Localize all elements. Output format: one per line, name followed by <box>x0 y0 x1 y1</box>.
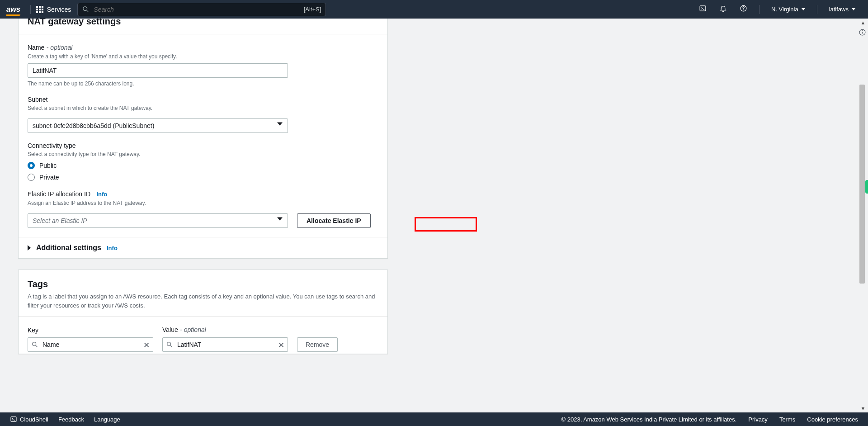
help-icon[interactable] <box>733 5 754 14</box>
region-selector[interactable]: N. Virginia <box>765 6 811 13</box>
search-icon <box>166 341 173 348</box>
name-label: Name <box>28 44 44 51</box>
chevron-down-icon <box>802 8 805 10</box>
annotation-red-box <box>415 217 477 232</box>
chevron-down-icon <box>277 123 283 126</box>
tags-heading: Tags <box>28 279 378 289</box>
chevron-down-icon <box>277 218 283 221</box>
copyright-text: © 2023, Amazon Web Services India Privat… <box>561 416 737 423</box>
divider <box>30 5 31 14</box>
feedback-tab[interactable] <box>865 180 868 194</box>
svg-point-5 <box>743 10 744 10</box>
search-input[interactable] <box>94 6 303 13</box>
tag-key-input-wrap: ✕ <box>28 337 153 352</box>
nat-settings-heading: NAT gateway settings <box>28 19 378 27</box>
divider <box>19 34 387 34</box>
cookie-preferences-link[interactable]: Cookie preferences <box>807 416 858 423</box>
chevron-down-icon <box>852 8 855 10</box>
connectivity-public-radio[interactable]: Public <box>28 162 378 169</box>
connectivity-label: Connectivity type <box>28 142 378 149</box>
svg-point-6 <box>33 342 36 346</box>
tag-key-input[interactable] <box>28 337 153 352</box>
subnet-select[interactable] <box>28 115 288 133</box>
top-navbar: aws Services [Alt+S] N. Virginia latifaw… <box>0 0 868 19</box>
radio-label-public: Public <box>39 162 57 169</box>
allocate-eip-button[interactable]: Allocate Elastic IP <box>297 213 371 228</box>
connectivity-desc: Select a connectivity type for the NAT g… <box>28 151 378 157</box>
scrollbar[interactable]: ▲ ▼ <box>858 19 868 412</box>
divider <box>759 5 760 14</box>
aws-logo[interactable]: aws <box>6 5 20 14</box>
svg-line-9 <box>170 346 172 347</box>
terms-link[interactable]: Terms <box>779 416 795 423</box>
svg-line-1 <box>87 10 89 12</box>
tag-value-optional: - optional <box>180 326 206 333</box>
tags-panel: Tags A tag is a label that you assign to… <box>18 270 388 354</box>
language-link[interactable]: Language <box>94 416 120 423</box>
additional-settings-toggle[interactable]: Additional settings Info <box>19 237 387 258</box>
eip-placeholder[interactable] <box>28 213 288 228</box>
additional-info-link[interactable]: Info <box>107 245 118 251</box>
divider <box>817 5 817 14</box>
cloudshell-icon[interactable] <box>693 5 713 14</box>
tag-value-input-wrap: ✕ <box>162 337 288 352</box>
eip-info-link[interactable]: Info <box>96 191 107 198</box>
tag-value-label: Value <box>162 326 178 333</box>
footer: CloudShell Feedback Language © 2023, Ama… <box>0 412 868 426</box>
services-menu[interactable]: Services <box>36 6 71 13</box>
svg-line-7 <box>36 346 37 347</box>
name-optional: - optional <box>47 44 73 51</box>
remove-tag-button[interactable]: Remove <box>297 337 338 352</box>
search-shortcut: [Alt+S] <box>304 6 321 13</box>
cloudshell-button[interactable]: CloudShell <box>10 416 48 423</box>
cloudshell-icon <box>10 416 17 423</box>
chevron-right-icon <box>28 245 31 251</box>
svg-point-0 <box>83 7 87 11</box>
search-icon <box>31 341 38 348</box>
search-icon <box>82 6 89 13</box>
scroll-up-icon[interactable]: ▲ <box>858 19 868 27</box>
services-label: Services <box>47 6 71 13</box>
notifications-icon[interactable] <box>713 5 733 14</box>
scroll-thumb[interactable] <box>859 85 865 284</box>
name-field: Name - optional Create a tag with a key … <box>28 43 378 87</box>
close-icon[interactable]: ✕ <box>143 341 150 350</box>
tags-desc: A tag is a label that you assign to an A… <box>28 292 378 310</box>
close-icon[interactable]: ✕ <box>278 341 284 350</box>
account-menu[interactable]: latifaws <box>823 6 862 13</box>
nat-gateway-settings-panel: NAT gateway settings Name - optional Cre… <box>18 19 388 259</box>
name-desc: Create a tag with a key of 'Name' and a … <box>28 53 378 60</box>
eip-field: Elastic IP allocation ID Info Assign an … <box>28 190 378 228</box>
subnet-desc: Select a subnet in which to create the N… <box>28 105 378 111</box>
main-content: NAT gateway settings Name - optional Cre… <box>0 19 858 412</box>
subnet-field: Subnet Select a subnet in which to creat… <box>28 96 378 133</box>
subnet-value[interactable] <box>28 118 288 133</box>
name-input[interactable] <box>28 63 288 78</box>
additional-settings-label: Additional settings <box>36 244 101 252</box>
tag-value-input[interactable] <box>162 337 288 352</box>
tag-key-label: Key <box>28 327 153 334</box>
connectivity-field: Connectivity type Select a connectivity … <box>28 142 378 181</box>
eip-select[interactable] <box>28 210 288 228</box>
svg-point-8 <box>167 342 171 346</box>
connectivity-private-radio[interactable]: Private <box>28 174 378 181</box>
svg-point-12 <box>862 31 863 31</box>
feedback-link[interactable]: Feedback <box>58 416 84 423</box>
eip-desc: Assign an Elastic IP address to the NAT … <box>28 200 378 206</box>
privacy-link[interactable]: Privacy <box>748 416 768 423</box>
radio-label-private: Private <box>39 174 59 181</box>
info-panel-toggle[interactable] <box>859 28 866 38</box>
radio-icon <box>28 174 35 181</box>
search-box[interactable]: [Alt+S] <box>77 3 326 16</box>
name-hint: The name can be up to 256 characters lon… <box>28 80 378 87</box>
grid-icon <box>36 6 43 13</box>
eip-label: Elastic IP allocation ID <box>28 190 90 198</box>
subnet-label: Subnet <box>28 96 378 103</box>
tag-row: Key ✕ Value - optional ✕ Remove <box>19 316 387 354</box>
radio-icon <box>28 162 35 169</box>
scroll-down-icon[interactable]: ▼ <box>858 404 868 412</box>
